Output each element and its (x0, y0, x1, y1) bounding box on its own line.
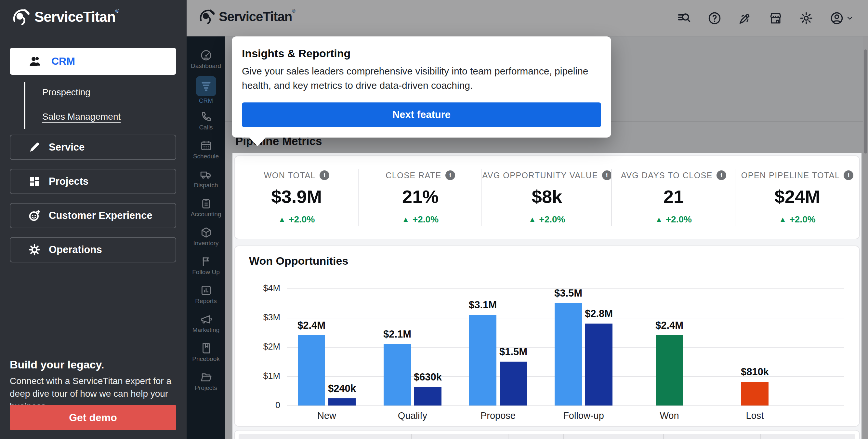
smiley-plus-icon (28, 209, 41, 222)
metric-avg-opportunity-value: AVG OPPORTUNITY VALUEi$8k▲+2.0% (482, 156, 612, 239)
metric-value: $24M (775, 186, 820, 207)
table-column-divider (761, 434, 761, 439)
bar-value-label: $1.5M (487, 346, 539, 358)
triangle-up-icon: ▲ (655, 215, 662, 224)
x-axis-label: Won (627, 410, 712, 421)
sidebar-item-label: Operations (49, 244, 102, 256)
sidebar-item-projects[interactable]: Projects (10, 169, 176, 194)
metric-label: CLOSE RATE (385, 171, 441, 180)
metric-label: WON TOTAL (264, 171, 316, 180)
bar-value-label: $2.1M (371, 328, 423, 340)
people-icon (28, 54, 42, 68)
info-icon[interactable]: i (445, 170, 455, 180)
sidebar-subitem-sales-management[interactable]: Sales Management (42, 112, 159, 122)
metric-value: 21 (663, 186, 684, 207)
metric-delta-value: +2.0% (789, 214, 815, 225)
bar-value-label: $2.8M (573, 308, 625, 320)
bar-value-label: $810k (729, 366, 781, 378)
bar-new-1 (298, 335, 325, 406)
metric-label: AVG DAYS TO CLOSE (621, 171, 713, 180)
table-column-divider (563, 434, 564, 439)
metric-delta: ▲+2.0% (779, 214, 816, 225)
bar-won (656, 335, 683, 406)
metric-delta: ▲+2.0% (278, 214, 315, 225)
triangle-up-icon: ▲ (779, 215, 786, 224)
sidebar-item-label: CRM (51, 55, 75, 67)
sidebar-item-operations[interactable]: Operations (10, 237, 176, 262)
table-column-divider (316, 434, 316, 439)
sidebar-footer-heading: Build your legacy. (10, 358, 104, 371)
y-axis-tick: $4M (248, 283, 280, 293)
sidebar-logo: ServiceTitan® (10, 6, 119, 27)
app-window: ServiceTitan® DashboardCRMCallsScheduleD… (187, 0, 868, 439)
metric-avg-days-to-close: AVG DAYS TO CLOSEi21▲+2.0% (612, 156, 736, 239)
gear-solid-icon (28, 243, 41, 256)
table-column-divider (663, 434, 664, 439)
x-axis-label: Qualify (370, 410, 455, 421)
metric-label: OPEN PIPELINE TOTAL (741, 171, 840, 180)
grid-icon (28, 175, 41, 188)
popover-body: Give your sales leaders comprehensive vi… (242, 64, 601, 93)
bar-value-label: $2.4M (285, 320, 337, 331)
x-axis-label: Propose (456, 410, 540, 421)
sidebar-item-crm[interactable]: CRM (10, 48, 176, 75)
y-axis-tick: $3M (248, 313, 280, 323)
y-axis-tick: $1M (248, 371, 280, 381)
tour-popover: Insights & Reporting Give your sales lea… (232, 36, 611, 138)
x-axis-label: Follow-up (541, 410, 626, 421)
popover-title: Insights & Reporting (242, 47, 350, 60)
won-opportunities-card: Won Opportunities $4M$3M$2M$1M0$2.4M$240… (234, 245, 860, 427)
marketing-sidebar: ServiceTitan® CRM Prospecting Sales Mana… (0, 0, 187, 439)
metric-won-total: WON TOTALi$3.9M▲+2.0% (235, 156, 359, 239)
sidebar-item-customer-experience[interactable]: Customer Experience (10, 203, 176, 228)
y-axis-tick: $2M (248, 342, 280, 352)
triangle-up-icon: ▲ (278, 215, 285, 224)
bar-value-label: $630k (402, 371, 454, 383)
triangle-up-icon: ▲ (529, 215, 536, 224)
gridline (287, 406, 844, 406)
metric-delta-value: +2.0% (539, 214, 565, 225)
table-column-divider (411, 434, 412, 439)
metric-value: $8k (532, 186, 562, 207)
bar-new-2 (328, 398, 355, 406)
y-axis-tick: 0 (248, 400, 280, 410)
info-icon[interactable]: i (602, 170, 612, 180)
info-icon[interactable]: i (716, 170, 726, 180)
sidebar-subitem-prospecting[interactable]: Prospecting (42, 87, 159, 97)
metric-value: 21% (402, 186, 439, 207)
metric-delta-value: +2.0% (289, 214, 315, 225)
x-axis-label: Lost (713, 410, 797, 421)
registered-mark: ® (116, 8, 119, 14)
pencil-icon (28, 141, 41, 154)
triangle-up-icon: ▲ (402, 215, 409, 224)
metric-label: AVG OPPORTUNITY VALUE (482, 171, 598, 180)
chart-title: Won Opportunities (249, 255, 348, 267)
bar-value-label: $3.5M (542, 288, 594, 299)
bottom-table-card (234, 430, 860, 439)
bar-qualify-2 (414, 387, 441, 406)
get-demo-button[interactable]: Get demo (10, 405, 176, 430)
bar-propose-1 (469, 315, 496, 406)
pipeline-metrics-card: WON TOTALi$3.9M▲+2.0%CLOSE RATEi21%▲+2.0… (234, 155, 860, 239)
bar-follow-up-2 (585, 324, 613, 406)
metric-delta: ▲+2.0% (529, 214, 565, 225)
tree-connector (24, 82, 25, 129)
table-header-row (239, 434, 855, 439)
sidebar-item-service[interactable]: Service (10, 135, 176, 160)
table-column-divider (508, 434, 508, 439)
metric-delta-value: +2.0% (666, 214, 692, 225)
bar-value-label: $3.1M (457, 299, 509, 311)
next-feature-button[interactable]: Next feature (242, 103, 601, 127)
bar-value-label: $2.4M (643, 320, 695, 331)
metric-close-rate: CLOSE RATEi21%▲+2.0% (359, 156, 483, 239)
metric-delta-value: +2.0% (412, 214, 439, 225)
metric-open-pipeline-total: OPEN PIPELINE TOTALi$24M▲+2.0% (735, 156, 859, 239)
sidebar-logo-text: ServiceTitan (34, 9, 116, 25)
info-icon[interactable]: i (844, 170, 854, 180)
bar-propose-2 (500, 361, 527, 406)
metric-value: $3.9M (272, 186, 322, 207)
info-icon[interactable]: i (319, 170, 329, 180)
x-axis-label: New (284, 410, 369, 421)
metric-delta: ▲+2.0% (402, 214, 439, 225)
sidebar-item-label: Projects (49, 176, 88, 187)
